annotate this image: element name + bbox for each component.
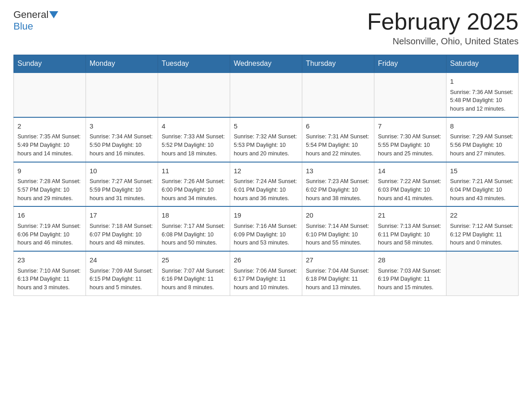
calendar-cell: 5Sunrise: 7:32 AM Sunset: 5:53 PM Daylig… xyxy=(230,117,302,162)
day-info: Sunrise: 7:06 AM Sunset: 6:17 PM Dayligh… xyxy=(234,267,298,292)
day-number: 16 xyxy=(17,210,82,221)
day-info: Sunrise: 7:21 AM Sunset: 6:04 PM Dayligh… xyxy=(450,177,515,202)
calendar-cell xyxy=(374,73,446,117)
calendar-week-row: 1Sunrise: 7:36 AM Sunset: 5:48 PM Daylig… xyxy=(14,73,519,117)
calendar-cell: 13Sunrise: 7:23 AM Sunset: 6:02 PM Dayli… xyxy=(302,162,374,207)
calendar-cell xyxy=(446,251,519,295)
calendar-cell: 26Sunrise: 7:06 AM Sunset: 6:17 PM Dayli… xyxy=(230,251,302,295)
day-info: Sunrise: 7:14 AM Sunset: 6:10 PM Dayligh… xyxy=(306,222,370,247)
day-of-week-header: Monday xyxy=(86,55,158,73)
day-info: Sunrise: 7:10 AM Sunset: 6:13 PM Dayligh… xyxy=(17,267,82,292)
calendar-cell: 21Sunrise: 7:13 AM Sunset: 6:11 PM Dayli… xyxy=(374,206,446,251)
day-info: Sunrise: 7:18 AM Sunset: 6:07 PM Dayligh… xyxy=(90,222,154,247)
calendar-cell: 25Sunrise: 7:07 AM Sunset: 6:16 PM Dayli… xyxy=(158,251,230,295)
day-info: Sunrise: 7:29 AM Sunset: 5:56 PM Dayligh… xyxy=(450,133,515,158)
day-number: 22 xyxy=(450,210,515,221)
day-number: 12 xyxy=(234,166,298,176)
calendar-cell: 20Sunrise: 7:14 AM Sunset: 6:10 PM Dayli… xyxy=(302,206,374,251)
day-info: Sunrise: 7:36 AM Sunset: 5:48 PM Dayligh… xyxy=(450,88,515,113)
day-number: 10 xyxy=(90,166,154,176)
day-info: Sunrise: 7:07 AM Sunset: 6:16 PM Dayligh… xyxy=(162,267,226,292)
calendar-cell: 6Sunrise: 7:31 AM Sunset: 5:54 PM Daylig… xyxy=(302,117,374,162)
calendar-cell: 14Sunrise: 7:22 AM Sunset: 6:03 PM Dayli… xyxy=(374,162,446,207)
day-info: Sunrise: 7:34 AM Sunset: 5:50 PM Dayligh… xyxy=(90,133,154,158)
calendar-cell: 22Sunrise: 7:12 AM Sunset: 6:12 PM Dayli… xyxy=(446,206,519,251)
day-of-week-header: Tuesday xyxy=(158,55,230,73)
day-number: 15 xyxy=(450,166,515,176)
calendar-header-row: SundayMondayTuesdayWednesdayThursdayFrid… xyxy=(14,55,519,73)
calendar-cell: 27Sunrise: 7:04 AM Sunset: 6:18 PM Dayli… xyxy=(302,251,374,295)
calendar-cell: 10Sunrise: 7:27 AM Sunset: 5:59 PM Dayli… xyxy=(86,162,158,207)
day-number: 28 xyxy=(378,255,442,265)
day-number: 26 xyxy=(234,255,298,265)
day-info: Sunrise: 7:27 AM Sunset: 5:59 PM Dayligh… xyxy=(90,177,154,202)
calendar-cell: 19Sunrise: 7:16 AM Sunset: 6:09 PM Dayli… xyxy=(230,206,302,251)
calendar-cell xyxy=(86,73,158,117)
logo: General Blue xyxy=(13,9,59,32)
day-info: Sunrise: 7:03 AM Sunset: 6:19 PM Dayligh… xyxy=(378,267,442,292)
calendar-table: SundayMondayTuesdayWednesdayThursdayFrid… xyxy=(13,55,519,296)
calendar-cell: 17Sunrise: 7:18 AM Sunset: 6:07 PM Dayli… xyxy=(86,206,158,251)
day-of-week-header: Friday xyxy=(374,55,446,73)
day-info: Sunrise: 7:31 AM Sunset: 5:54 PM Dayligh… xyxy=(306,133,370,158)
day-number: 4 xyxy=(162,121,226,132)
day-info: Sunrise: 7:24 AM Sunset: 6:01 PM Dayligh… xyxy=(234,177,298,202)
calendar-cell: 2Sunrise: 7:35 AM Sunset: 5:49 PM Daylig… xyxy=(14,117,86,162)
calendar-cell: 24Sunrise: 7:09 AM Sunset: 6:15 PM Dayli… xyxy=(86,251,158,295)
logo-arrow-icon xyxy=(49,11,58,18)
day-number: 3 xyxy=(90,121,154,132)
day-info: Sunrise: 7:19 AM Sunset: 6:06 PM Dayligh… xyxy=(17,222,82,247)
day-of-week-header: Thursday xyxy=(302,55,374,73)
calendar-week-row: 23Sunrise: 7:10 AM Sunset: 6:13 PM Dayli… xyxy=(14,251,519,295)
day-number: 20 xyxy=(306,210,370,221)
logo-general-text: General xyxy=(13,9,48,21)
day-number: 25 xyxy=(162,255,226,265)
day-info: Sunrise: 7:13 AM Sunset: 6:11 PM Dayligh… xyxy=(378,222,442,247)
day-info: Sunrise: 7:33 AM Sunset: 5:52 PM Dayligh… xyxy=(162,133,226,158)
calendar-cell: 3Sunrise: 7:34 AM Sunset: 5:50 PM Daylig… xyxy=(86,117,158,162)
calendar-cell: 9Sunrise: 7:28 AM Sunset: 5:57 PM Daylig… xyxy=(14,162,86,207)
day-info: Sunrise: 7:17 AM Sunset: 6:08 PM Dayligh… xyxy=(162,222,226,247)
calendar-cell: 16Sunrise: 7:19 AM Sunset: 6:06 PM Dayli… xyxy=(14,206,86,251)
calendar-cell: 7Sunrise: 7:30 AM Sunset: 5:55 PM Daylig… xyxy=(374,117,446,162)
day-number: 9 xyxy=(17,166,82,176)
day-of-week-header: Wednesday xyxy=(230,55,302,73)
day-number: 21 xyxy=(378,210,442,221)
calendar-cell xyxy=(302,73,374,117)
day-info: Sunrise: 7:23 AM Sunset: 6:02 PM Dayligh… xyxy=(306,177,370,202)
day-of-week-header: Saturday xyxy=(446,55,519,73)
day-number: 5 xyxy=(234,121,298,132)
day-number: 23 xyxy=(17,255,82,265)
day-number: 18 xyxy=(162,210,226,221)
calendar-week-row: 16Sunrise: 7:19 AM Sunset: 6:06 PM Dayli… xyxy=(14,206,519,251)
day-number: 11 xyxy=(162,166,226,176)
calendar-cell: 15Sunrise: 7:21 AM Sunset: 6:04 PM Dayli… xyxy=(446,162,519,207)
calendar-cell xyxy=(158,73,230,117)
calendar-cell: 8Sunrise: 7:29 AM Sunset: 5:56 PM Daylig… xyxy=(446,117,519,162)
day-info: Sunrise: 7:16 AM Sunset: 6:09 PM Dayligh… xyxy=(234,222,298,247)
day-info: Sunrise: 7:26 AM Sunset: 6:00 PM Dayligh… xyxy=(162,177,226,202)
calendar-week-row: 2Sunrise: 7:35 AM Sunset: 5:49 PM Daylig… xyxy=(14,117,519,162)
day-number: 6 xyxy=(306,121,370,132)
calendar-cell: 28Sunrise: 7:03 AM Sunset: 6:19 PM Dayli… xyxy=(374,251,446,295)
page-header: General Blue February 2025 Nelsonville, … xyxy=(13,9,519,47)
day-info: Sunrise: 7:12 AM Sunset: 6:12 PM Dayligh… xyxy=(450,222,515,247)
calendar-body: 1Sunrise: 7:36 AM Sunset: 5:48 PM Daylig… xyxy=(14,73,519,295)
day-info: Sunrise: 7:30 AM Sunset: 5:55 PM Dayligh… xyxy=(378,133,442,158)
calendar-cell: 23Sunrise: 7:10 AM Sunset: 6:13 PM Dayli… xyxy=(14,251,86,295)
calendar-cell: 12Sunrise: 7:24 AM Sunset: 6:01 PM Dayli… xyxy=(230,162,302,207)
calendar-cell: 18Sunrise: 7:17 AM Sunset: 6:08 PM Dayli… xyxy=(158,206,230,251)
day-number: 7 xyxy=(378,121,442,132)
calendar-cell: 4Sunrise: 7:33 AM Sunset: 5:52 PM Daylig… xyxy=(158,117,230,162)
calendar-cell: 1Sunrise: 7:36 AM Sunset: 5:48 PM Daylig… xyxy=(446,73,519,117)
day-number: 19 xyxy=(234,210,298,221)
day-number: 14 xyxy=(378,166,442,176)
calendar-cell xyxy=(14,73,86,117)
logo-blue-text: Blue xyxy=(13,21,33,32)
day-info: Sunrise: 7:04 AM Sunset: 6:18 PM Dayligh… xyxy=(306,267,370,292)
day-number: 24 xyxy=(90,255,154,265)
calendar-cell xyxy=(230,73,302,117)
day-number: 8 xyxy=(450,121,515,132)
day-of-week-header: Sunday xyxy=(14,55,86,73)
day-number: 27 xyxy=(306,255,370,265)
